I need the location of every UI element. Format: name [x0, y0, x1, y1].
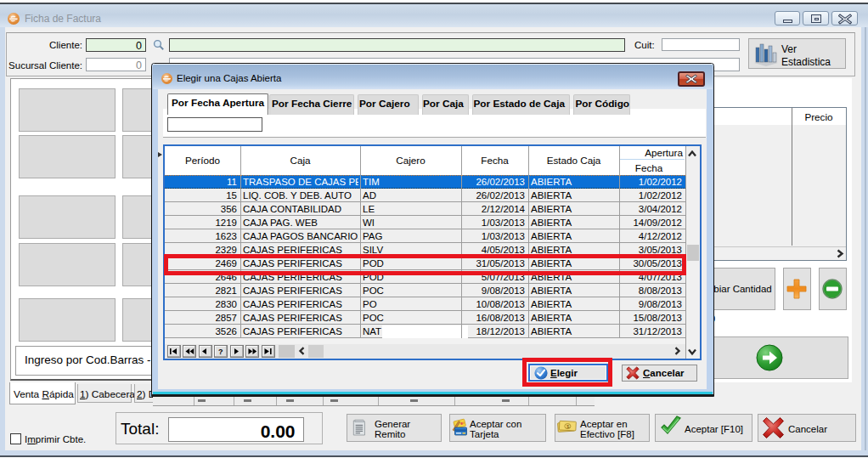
svg-text:?: ?: [218, 348, 223, 356]
svg-text:$: $: [566, 423, 570, 429]
